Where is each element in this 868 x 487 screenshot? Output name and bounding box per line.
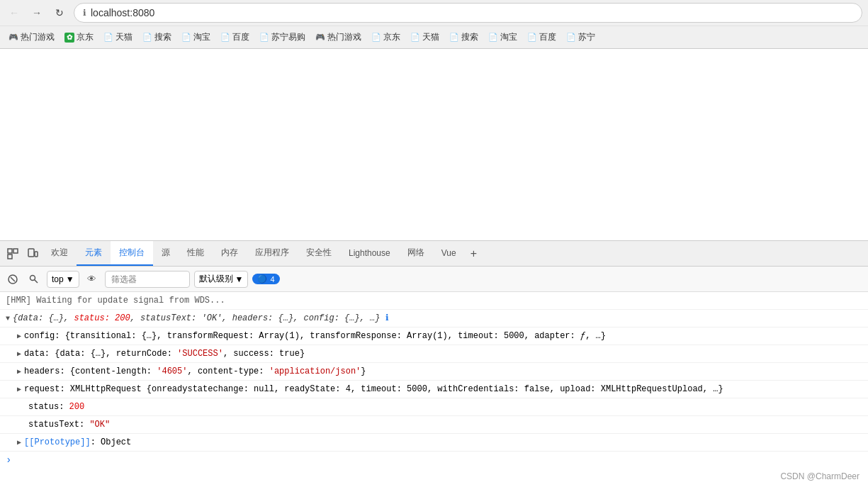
console-output: [HMR] Waiting for update signal from WDS… — [0, 292, 868, 466]
badge-count: 4 — [270, 275, 274, 284]
console-data-text: data: {data: {…}, returnCode: 'SUCCESS',… — [24, 347, 862, 360]
tab-performance[interactable]: 性能 — [179, 241, 213, 266]
info-icon: ℹ — [385, 313, 389, 323]
bookmark-label: 京东 — [77, 31, 94, 43]
bookmarks-bar: 🎮 热门游戏 ✿ 京东 📄 天猫 📄 搜索 📄 淘宝 📄 百度 📄 苏宁易购 � — [0, 26, 868, 48]
console-line-object-expanded[interactable]: ▼ {data: {…}, status: 200, statusText: '… — [0, 310, 868, 328]
bookmark-suning-1[interactable]: 📄 苏宁易购 — [255, 29, 310, 45]
devtools-panel: 欢迎 元素 控制台 源 性能 内存 应用程序 安全性 Lighthouse 网络… — [0, 240, 868, 466]
log-level-select[interactable]: 默认级别 ▼ — [194, 271, 249, 288]
tab-network[interactable]: 网络 — [399, 241, 433, 266]
bookmark-label: 京东 — [383, 31, 400, 43]
console-request-text: request: XMLHttpRequest {onreadystatecha… — [24, 383, 862, 396]
forward-button[interactable]: → — [28, 4, 45, 21]
bookmark-icon: 📄 — [566, 33, 576, 42]
console-line-data[interactable]: ▶ data: {data: {…}, returnCode: 'SUCCESS… — [0, 345, 868, 363]
address-bar[interactable]: ℹ localhost:8080 — [74, 3, 862, 23]
console-line-prototype[interactable]: ▶ [[Prototype]]: Object — [0, 434, 868, 452]
console-line-status: status: 200 — [0, 398, 868, 416]
svg-rect-3 — [28, 249, 34, 257]
console-line-config[interactable]: ▶ config: {transitional: {…}, transformR… — [0, 328, 868, 345]
error-badge[interactable]: 🔵 4 — [252, 274, 279, 284]
bookmark-baidu-2[interactable]: 📄 百度 — [523, 29, 560, 45]
bookmark-label: 天猫 — [422, 31, 439, 43]
console-line-request[interactable]: ▶ request: XMLHttpRequest {onreadystatec… — [0, 381, 868, 398]
bookmark-hot-games-1[interactable]: 🎮 热门游戏 — [4, 29, 59, 45]
tab-application[interactable]: 应用程序 — [247, 241, 298, 266]
console-object-text: {data: {…}, status: 200, statusText: 'OK… — [13, 312, 862, 325]
bookmark-label: 淘宝 — [193, 31, 210, 43]
visibility-button[interactable]: 👁 — [84, 271, 101, 288]
context-dropdown[interactable]: top ▼ — [47, 271, 79, 288]
bookmark-icon: 🎮 — [9, 33, 18, 42]
console-line-headers[interactable]: ▶ headers: {content-length: '4605', cont… — [0, 363, 868, 381]
bookmark-icon: 📄 — [488, 33, 498, 42]
bookmark-jd-1[interactable]: ✿ 京东 — [60, 29, 98, 45]
expand-arrow-icon: ▶ — [17, 366, 21, 377]
tab-welcome[interactable]: 欢迎 — [43, 241, 77, 266]
bookmark-icon: 📄 — [181, 33, 191, 42]
bookmark-icon: 🎮 — [315, 33, 325, 42]
tab-console[interactable]: 控制台 — [111, 241, 153, 266]
bookmark-jd-2[interactable]: 📄 京东 — [367, 29, 405, 45]
device-toolbar-button[interactable] — [23, 244, 43, 264]
browser-chrome: ← → ↻ ℹ localhost:8080 🎮 热门游戏 ✿ 京东 📄 天猫 … — [0, 0, 868, 49]
context-label: top — [52, 274, 64, 284]
jd-icon: ✿ — [64, 33, 74, 43]
svg-line-8 — [35, 279, 38, 283]
watermark: CSDN @CharmDeer — [780, 471, 859, 481]
bookmark-search-1[interactable]: 📄 搜索 — [138, 29, 176, 45]
console-status-text: status: 200 — [28, 401, 862, 413]
tab-security[interactable]: 安全性 — [298, 241, 340, 266]
clear-console-button[interactable] — [4, 271, 21, 288]
level-label: 默认级别 — [199, 273, 233, 285]
address-text: localhost:8080 — [91, 7, 154, 18]
bookmark-label: 苏宁 — [578, 31, 595, 43]
bookmark-tianmao-1[interactable]: 📄 天猫 — [99, 29, 137, 45]
bookmark-label: 热门游戏 — [327, 31, 361, 43]
bookmark-label: 天猫 — [115, 31, 133, 43]
svg-point-7 — [30, 275, 35, 280]
bookmark-label: 苏宁易购 — [271, 31, 305, 43]
bookmark-icon: 📄 — [259, 33, 269, 42]
svg-rect-4 — [35, 252, 38, 257]
devtools-toolbar: top ▼ 👁 默认级别 ▼ 🔵 4 — [0, 267, 868, 292]
bookmark-suning-2[interactable]: 📄 苏宁 — [562, 29, 599, 45]
prompt-arrow-icon: › — [6, 454, 11, 466]
expand-arrow-icon: ▶ — [17, 331, 21, 342]
bookmark-label: 淘宝 — [500, 31, 517, 43]
tab-vue[interactable]: Vue — [433, 242, 465, 265]
back-button[interactable]: ← — [6, 4, 23, 21]
tab-elements[interactable]: 元素 — [77, 241, 111, 266]
svg-rect-1 — [13, 249, 18, 253]
bookmark-icon: 📄 — [142, 33, 152, 42]
bookmark-icon: 📄 — [527, 33, 537, 42]
title-bar: ← → ↻ ℹ localhost:8080 — [0, 0, 868, 26]
bookmark-search-2[interactable]: 📄 搜索 — [445, 29, 483, 45]
tab-lighthouse[interactable]: Lighthouse — [340, 242, 399, 265]
expand-arrow-icon: ▶ — [17, 384, 21, 395]
bookmark-icon: 📄 — [410, 33, 420, 42]
bookmark-hot-games-2[interactable]: 🎮 热门游戏 — [311, 29, 366, 45]
filter-button[interactable] — [26, 271, 43, 288]
tab-sources[interactable]: 源 — [153, 241, 179, 266]
tab-memory[interactable]: 内存 — [213, 241, 247, 266]
bookmark-taobao-2[interactable]: 📄 淘宝 — [484, 29, 522, 45]
bookmark-taobao-1[interactable]: 📄 淘宝 — [177, 29, 215, 45]
bookmark-tianmao-2[interactable]: 📄 天猫 — [406, 29, 444, 45]
hmr-text: [HMR] Waiting for update signal from WDS… — [6, 294, 862, 307]
console-headers-text: headers: {content-length: '4605', conten… — [24, 365, 862, 378]
bookmark-baidu-1[interactable]: 📄 百度 — [216, 29, 254, 45]
chevron-down-icon: ▼ — [235, 274, 244, 284]
bookmark-label: 搜索 — [461, 31, 478, 43]
reload-button[interactable]: ↻ — [51, 4, 68, 21]
filter-input[interactable] — [105, 271, 190, 288]
dropdown-arrow-icon: ▼ — [66, 274, 74, 284]
add-tab-button[interactable]: + — [465, 243, 483, 264]
console-prompt: › — [0, 452, 868, 466]
inspect-element-button[interactable] — [3, 244, 23, 264]
bookmark-icon: 📄 — [103, 33, 113, 42]
badge-icon: 🔵 — [257, 274, 267, 284]
console-line-statustext: statusText: "OK" — [0, 416, 868, 434]
console-config-text: config: {transitional: {…}, transformReq… — [24, 330, 862, 342]
